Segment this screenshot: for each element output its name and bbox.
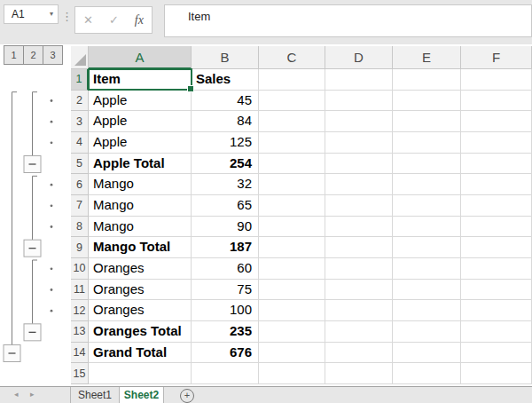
row-header-14[interactable]: 14: [71, 343, 89, 364]
cell-A2[interactable]: Apple: [89, 91, 192, 112]
cell-D10[interactable]: [325, 258, 393, 280]
cell-E7[interactable]: [393, 195, 461, 217]
column-header-C[interactable]: C: [259, 46, 325, 69]
cell-F6[interactable]: [461, 174, 532, 195]
cell-A11[interactable]: Oranges: [89, 280, 192, 301]
row-header-9[interactable]: 9: [71, 237, 89, 258]
cell-C14[interactable]: [259, 343, 325, 364]
cell-A9[interactable]: Mango Total: [89, 237, 192, 258]
cell-C12[interactable]: [259, 300, 325, 321]
row-header-1[interactable]: 1: [71, 69, 89, 91]
cell-B2[interactable]: 45: [192, 91, 259, 112]
cell-D6[interactable]: [325, 174, 393, 195]
cell-D13[interactable]: [325, 321, 393, 343]
add-sheet-button[interactable]: +: [180, 389, 194, 403]
cell-E4[interactable]: [393, 132, 461, 154]
row-header-3[interactable]: 3: [71, 111, 89, 132]
cell-C6[interactable]: [259, 174, 325, 195]
cell-A13[interactable]: Oranges Total: [89, 321, 192, 343]
cell-C13[interactable]: [259, 321, 325, 343]
column-header-E[interactable]: E: [393, 46, 461, 69]
cell-D3[interactable]: [325, 111, 393, 132]
sheet-tab-sheet1[interactable]: Sheet1: [71, 387, 120, 403]
cell-C3[interactable]: [259, 111, 325, 132]
cell-E1[interactable]: [393, 69, 461, 91]
tab-nav-left-icon[interactable]: ◂: [14, 390, 19, 399]
column-header-A[interactable]: A: [89, 46, 192, 69]
cell-D1[interactable]: [325, 69, 393, 91]
cell-C8[interactable]: [259, 217, 325, 238]
cell-C5[interactable]: [259, 154, 325, 175]
cell-C4[interactable]: [259, 132, 325, 154]
cell-B10[interactable]: 60: [192, 258, 259, 280]
cell-B1[interactable]: Sales: [192, 69, 259, 91]
cell-D15[interactable]: [325, 363, 393, 384]
cell-E9[interactable]: [393, 237, 461, 258]
cell-A1[interactable]: Item: [89, 69, 192, 91]
cell-B3[interactable]: 84: [192, 111, 259, 132]
cell-F5[interactable]: [461, 154, 532, 175]
cell-E14[interactable]: [393, 343, 461, 364]
cell-A4[interactable]: Apple: [89, 132, 192, 154]
cell-B15[interactable]: [192, 363, 259, 384]
cell-D7[interactable]: [325, 195, 393, 217]
cell-B6[interactable]: 32: [192, 174, 259, 195]
cell-A12[interactable]: Oranges: [89, 300, 192, 321]
row-header-13[interactable]: 13: [71, 321, 89, 343]
cell-E12[interactable]: [393, 300, 461, 321]
row-header-15[interactable]: 15: [71, 363, 89, 384]
cell-D2[interactable]: [325, 91, 393, 112]
row-header-10[interactable]: 10: [71, 258, 89, 280]
cell-E6[interactable]: [393, 174, 461, 195]
cell-A8[interactable]: Mango: [89, 217, 192, 238]
enter-icon[interactable]: ✓: [109, 13, 119, 27]
cell-F15[interactable]: [461, 363, 532, 384]
cell-D14[interactable]: [325, 343, 393, 364]
row-header-5[interactable]: 5: [71, 154, 89, 175]
cell-B8[interactable]: 90: [192, 217, 259, 238]
cell-D11[interactable]: [325, 280, 393, 301]
cell-C1[interactable]: [259, 69, 325, 91]
cell-B13[interactable]: 235: [192, 321, 259, 343]
formula-bar-input[interactable]: Item: [164, 4, 532, 37]
cell-E5[interactable]: [393, 154, 461, 175]
column-header-B[interactable]: B: [192, 46, 259, 69]
row-header-2[interactable]: 2: [71, 91, 89, 112]
cell-B12[interactable]: 100: [192, 300, 259, 321]
row-header-8[interactable]: 8: [71, 217, 89, 238]
cell-C15[interactable]: [259, 363, 325, 384]
cell-F2[interactable]: [461, 91, 532, 112]
cell-B5[interactable]: 254: [192, 154, 259, 175]
cell-F14[interactable]: [461, 343, 532, 364]
cell-D12[interactable]: [325, 300, 393, 321]
cell-A15[interactable]: [89, 363, 192, 384]
cell-F1[interactable]: [461, 69, 532, 91]
row-header-12[interactable]: 12: [71, 300, 89, 321]
row-header-4[interactable]: 4: [71, 132, 89, 154]
cell-B4[interactable]: 125: [192, 132, 259, 154]
cell-D9[interactable]: [325, 237, 393, 258]
cell-A14[interactable]: Grand Total: [89, 343, 192, 364]
tab-nav-right-icon[interactable]: ▸: [30, 390, 35, 399]
cell-B14[interactable]: 676: [192, 343, 259, 364]
cell-F9[interactable]: [461, 237, 532, 258]
cell-F11[interactable]: [461, 280, 532, 301]
cell-C2[interactable]: [259, 91, 325, 112]
cell-F13[interactable]: [461, 321, 532, 343]
row-header-7[interactable]: 7: [71, 195, 89, 217]
select-all-button[interactable]: [71, 46, 89, 69]
cell-C9[interactable]: [259, 237, 325, 258]
cell-F10[interactable]: [461, 258, 532, 280]
cell-E13[interactable]: [393, 321, 461, 343]
cell-B7[interactable]: 65: [192, 195, 259, 217]
cell-E3[interactable]: [393, 111, 461, 132]
insert-function-icon[interactable]: fx: [135, 13, 144, 28]
sheet-tab-sheet2[interactable]: Sheet2: [120, 387, 164, 403]
cell-C11[interactable]: [259, 280, 325, 301]
cell-B9[interactable]: 187: [192, 237, 259, 258]
cell-C7[interactable]: [259, 195, 325, 217]
cell-A3[interactable]: Apple: [89, 111, 192, 132]
row-header-6[interactable]: 6: [71, 174, 89, 195]
cell-E15[interactable]: [393, 363, 461, 384]
column-header-F[interactable]: F: [461, 46, 532, 69]
